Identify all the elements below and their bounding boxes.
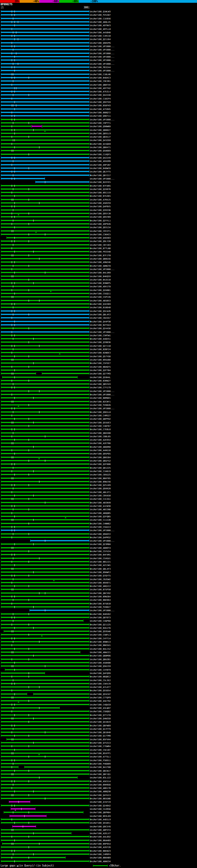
subject-label[interactable]: UniRef100_C5XGU1 — [90, 557, 110, 560]
subject-label[interactable]: UniRef100_Q24042 — [90, 804, 110, 807]
subject-label[interactable]: UniRef100_A8WS34 — [90, 860, 110, 863]
alignment-bar[interactable] — [1, 718, 89, 719]
subject-label[interactable]: UniRef100_Q9XTG9 — [90, 101, 110, 104]
subject-label[interactable]: UniRef100_A5E792 — [90, 700, 110, 703]
alignment-bar[interactable] — [1, 307, 89, 308]
alignment-bar[interactable] — [1, 676, 89, 677]
subject-label[interactable]: UniRef100_B2WDE3 — [90, 351, 110, 354]
alignment-bar[interactable] — [1, 178, 45, 179]
alignment-bar[interactable] — [1, 213, 89, 214]
subject-label[interactable]: UniRef100_B4JE10 — [90, 278, 110, 281]
alignment-bar[interactable] — [1, 66, 89, 68]
alignment-bar[interactable] — [1, 355, 89, 357]
subject-label[interactable]: UniRef100_P49026 — [90, 404, 110, 407]
subject-label[interactable]: UniRef100_B6SJ21 — [90, 560, 110, 563]
subject-label[interactable]: UniRef100_A9V1T8 — [90, 285, 110, 288]
alignment-bar[interactable] — [1, 88, 89, 89]
subject-label[interactable]: UniRef100_B7SB10 — [90, 602, 110, 606]
alignment-bar[interactable] — [1, 638, 89, 639]
alignment-bar[interactable] — [1, 276, 89, 277]
subject-label[interactable]: UniRef100_A6N9T4 — [90, 547, 110, 550]
subject-label[interactable]: UniRef100_Q00027 — [90, 129, 110, 132]
alignment-bar[interactable] — [1, 53, 89, 54]
subject-label[interactable]: UniRef100_C8BL05 — [90, 435, 110, 438]
alignment-bar[interactable] — [1, 833, 71, 834]
subject-label[interactable]: UniRef100_P63244 — [90, 66, 110, 69]
alignment-bar[interactable] — [1, 544, 89, 545]
subject-label[interactable]: UniRef100_A7LH77 — [90, 686, 110, 689]
subject-label[interactable]: UniRef100_A9P926 — [90, 223, 110, 226]
alignment-bar[interactable] — [1, 829, 89, 831]
subject-label[interactable]: UniRef100_UPI000... — [90, 529, 114, 532]
subject-label[interactable]: UniRef100_A0Q9R8 — [90, 445, 110, 448]
subject-label[interactable]: UniRef100_B3N6P5 — [90, 282, 110, 285]
alignment-bar[interactable] — [1, 749, 89, 750]
alignment-bar[interactable] — [1, 533, 89, 534]
subject-label[interactable]: UniRef100_A0INV0 — [90, 501, 110, 504]
subject-label[interactable]: UniRef100_C6TJD3 — [90, 244, 110, 247]
alignment-bar[interactable] — [1, 108, 89, 110]
subject-label[interactable]: UniRef100_Q9O1L8 — [90, 411, 110, 414]
alignment-bar[interactable] — [1, 359, 89, 360]
subject-label[interactable]: UniRef100_A9NZ46 — [90, 261, 110, 264]
alignment-bar[interactable] — [1, 300, 89, 301]
subject-label[interactable]: UniRef100_Q7Y1T8 — [90, 714, 110, 717]
subject-label[interactable]: UniRef100_Q4FQ99 — [90, 672, 110, 675]
subject-label[interactable]: UniRef100_Q59H4L — [90, 376, 110, 379]
alignment-bar[interactable] — [1, 314, 89, 315]
subject-label[interactable]: UniRef100_B4G1T6 — [90, 627, 110, 630]
subject-label[interactable]: UniRef100_UPI000... — [90, 45, 114, 48]
subject-label[interactable]: UniRef100_B18640 — [90, 306, 110, 309]
alignment-bar[interactable] — [1, 370, 89, 371]
subject-label[interactable]: UniRef100_A0P2Y4 — [90, 829, 110, 832]
subject-label[interactable]: UniRef100_Q2F886 — [90, 463, 110, 466]
subject-label[interactable]: UniRef100_Q2FTB4 — [90, 369, 110, 372]
alignment-bar[interactable] — [1, 394, 89, 395]
alignment-bar[interactable] — [1, 126, 31, 127]
alignment-bar[interactable] — [1, 516, 89, 517]
alignment-bar[interactable] — [1, 248, 89, 249]
subject-label[interactable]: UniRef100_Q95PD5 — [90, 452, 110, 456]
subject-label[interactable]: UniRef100_C5BFL3 — [90, 633, 110, 637]
alignment-bar[interactable] — [1, 457, 89, 458]
alignment-bar[interactable] — [1, 310, 89, 312]
alignment-bar[interactable] — [1, 293, 89, 294]
alignment-bar[interactable] — [1, 115, 89, 116]
alignment-bar[interactable] — [5, 669, 89, 670]
subject-label[interactable]: UniRef100_B6HQY5 — [90, 366, 110, 369]
subject-label[interactable]: UniRef100_B3L122 — [90, 776, 110, 779]
subject-label[interactable]: UniRef100_P25387 — [90, 13, 110, 17]
subject-label[interactable]: UniRef100_Q23M8H — [90, 543, 110, 546]
subject-label[interactable]: UniRef100_Q0UZB1 — [90, 658, 110, 661]
alignment-bar[interactable] — [1, 568, 89, 569]
subject-label[interactable]: UniRef100_A6WJ21 — [90, 651, 110, 654]
subject-label[interactable]: UniRef100_Q05YU3 — [90, 383, 110, 386]
alignment-bar[interactable] — [1, 136, 89, 137]
subject-label[interactable]: UniRef100_B4DXC3 — [90, 76, 110, 80]
alignment-bar[interactable] — [1, 331, 89, 333]
alignment-bar[interactable] — [1, 38, 89, 40]
subject-label[interactable]: UniRef100_C1E056 — [90, 17, 110, 20]
alignment-bar[interactable] — [1, 105, 89, 106]
alignment-bar[interactable] — [1, 70, 89, 71]
alignment-bar[interactable] — [1, 571, 89, 573]
subject-label[interactable]: UniRef100_Q6PR04 — [90, 811, 110, 814]
alignment-bar[interactable] — [30, 540, 89, 541]
alignment-bar[interactable] — [1, 589, 89, 590]
alignment-bar[interactable] — [2, 843, 89, 844]
alignment-bar[interactable] — [1, 554, 89, 555]
alignment-bar[interactable] — [42, 373, 89, 374]
alignment-bar[interactable] — [1, 160, 89, 162]
alignment-bar[interactable] — [1, 488, 89, 489]
alignment-bar[interactable] — [9, 815, 46, 816]
subject-label[interactable]: UniRef100_Q6VEJ7 — [90, 135, 110, 138]
subject-label[interactable]: UniRef100_A4QV51 — [90, 338, 110, 341]
subject-label[interactable]: UniRef100_C5E107 — [90, 748, 110, 752]
alignment-bar[interactable] — [1, 335, 89, 336]
alignment-bar[interactable] — [1, 645, 89, 646]
alignment-bar[interactable] — [1, 491, 89, 493]
alignment-bar[interactable] — [1, 265, 89, 266]
subject-label[interactable]: UniRef100_B7TLN8 — [90, 247, 110, 250]
subject-label[interactable]: UniRef100_UPI000... — [90, 118, 114, 121]
alignment-bar[interactable] — [1, 648, 89, 649]
